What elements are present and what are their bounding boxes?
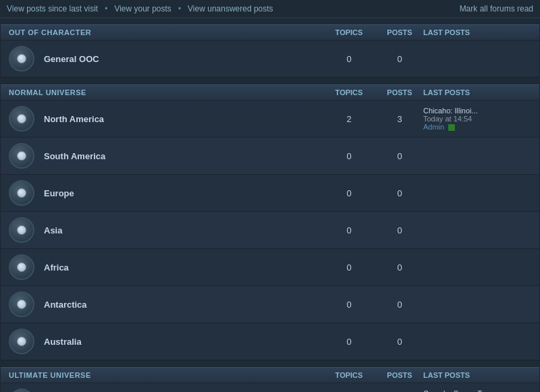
mark-all-read[interactable]: Mark all forums read xyxy=(460,4,533,13)
forum-row-africa: Africa 0 0 xyxy=(1,249,539,286)
forum-topics-asia: 0 xyxy=(322,225,376,235)
forum-icon-inner-ant xyxy=(17,300,26,309)
forum-icon-europe xyxy=(9,180,34,206)
mark-all-forums-read-link[interactable]: Mark all forums read xyxy=(460,4,533,13)
col-topics-ooc: TOPICS xyxy=(322,28,376,36)
section-title-ooc: OUT OF CHARACTER xyxy=(9,28,322,36)
forum-topics-australia: 0 xyxy=(322,337,376,347)
col-lastposts-ooc: LAST POSTS xyxy=(423,28,531,36)
section-header-nu: NORMAL UNIVERSE TOPICS POSTS LAST POSTS xyxy=(1,84,539,101)
forum-icon-inner-na xyxy=(17,114,26,123)
forum-posts-africa: 0 xyxy=(376,262,423,273)
forum-icon-antarctica xyxy=(9,291,34,317)
forum-posts-europe: 0 xyxy=(376,188,423,198)
forum-info-australia: Australia xyxy=(44,337,322,347)
forum-icon-australia xyxy=(9,329,34,354)
forum-row-general-ooc: General OOC 0 0 xyxy=(1,40,539,78)
col-posts-ooc: POSTS xyxy=(376,28,423,36)
col-topics-nu: TOPICS xyxy=(322,88,376,96)
forum-info-general-ooc: General OOC xyxy=(44,54,322,64)
forum-topics-general-ooc: 0 xyxy=(322,54,376,64)
section-normal-universe: NORMAL UNIVERSE TOPICS POSTS LAST POSTS … xyxy=(0,84,540,361)
top-bar: View posts since last visit • View your … xyxy=(0,0,540,18)
forum-icon-south-america xyxy=(9,143,34,169)
forum-info-asia: Asia xyxy=(44,225,322,235)
view-posts-since-link[interactable]: View posts since last visit xyxy=(7,4,98,13)
forum-icon-north-america xyxy=(9,106,34,132)
top-bar-links: View posts since last visit • View your … xyxy=(7,4,273,13)
forum-icon-plot-roleplay xyxy=(9,389,34,392)
forum-row-asia: Asia 0 0 xyxy=(1,212,539,249)
forum-icon-inner-eu xyxy=(17,188,26,198)
forum-topics-europe: 0 xyxy=(322,188,376,198)
section-title-nu: NORMAL UNIVERSE xyxy=(9,88,322,96)
forum-row-plot-roleplay: Plot Roleplay 4 4 Canada: Snowy To... To… xyxy=(1,383,539,392)
forum-name-asia[interactable]: Asia xyxy=(44,225,62,235)
forum-posts-antarctica: 0 xyxy=(376,300,423,310)
forum-row-australia: Australia 0 0 xyxy=(1,323,539,360)
forum-info-europe: Europe xyxy=(44,188,322,198)
forum-name-south-america[interactable]: South America xyxy=(44,151,105,161)
section-header-ooc: OUT OF CHARACTER TOPICS POSTS LAST POSTS xyxy=(1,24,539,40)
col-lastposts-uu: LAST POSTS xyxy=(423,371,531,379)
lastpost-title-plot-roleplay: Canada: Snowy To... xyxy=(423,389,531,392)
forum-name-north-america[interactable]: North America xyxy=(44,114,104,124)
section-out-of-character: OUT OF CHARACTER TOPICS POSTS LAST POSTS… xyxy=(0,24,540,78)
forum-name-africa[interactable]: Africa xyxy=(44,262,69,273)
forum-icon-asia xyxy=(9,217,34,243)
forum-lastpost-north-america: Chicaho: Illinoi... Today at 14:54 Admin xyxy=(423,107,531,131)
forum-icon-inner-au xyxy=(17,337,26,346)
section-header-uu: ULTIMATE UNIVERSE TOPICS POSTS LAST POST… xyxy=(1,367,539,383)
forum-topics-north-america: 2 xyxy=(322,114,376,124)
forum-posts-asia: 0 xyxy=(376,225,423,235)
lastpost-time-north-america: Today at 14:54 xyxy=(423,115,531,123)
forum-topics-africa: 0 xyxy=(322,262,376,273)
view-unanswered-posts-link[interactable]: View unanswered posts xyxy=(188,4,273,13)
forum-icon-inner-af xyxy=(17,262,26,272)
forum-icon-inner xyxy=(17,54,26,63)
forum-topics-south-america: 0 xyxy=(322,151,376,161)
forum-name-europe[interactable]: Europe xyxy=(44,188,74,198)
forum-posts-north-america: 3 xyxy=(376,114,423,124)
forum-info-africa: Africa xyxy=(44,262,322,273)
forum-icon-general-ooc xyxy=(9,46,34,72)
forum-info-south-america: South America xyxy=(44,151,322,161)
forum-info-antarctica: Antarctica xyxy=(44,300,322,310)
forum-row-antarctica: Antarctica 0 0 xyxy=(1,286,539,323)
col-posts-uu: POSTS xyxy=(376,371,423,379)
view-your-posts-link[interactable]: View your posts xyxy=(114,4,171,13)
col-posts-nu: POSTS xyxy=(376,88,423,96)
lastpost-user-row-north-america: Admin xyxy=(423,123,531,131)
lastpost-title-north-america: Chicaho: Illinoi... xyxy=(423,107,531,115)
forum-row-north-america: North America 2 3 Chicaho: Illinoi... To… xyxy=(1,101,539,138)
col-topics-uu: TOPICS xyxy=(322,371,376,379)
lastpost-user-north-america[interactable]: Admin xyxy=(423,123,444,131)
forum-icon-africa xyxy=(9,254,34,280)
section-title-uu: ULTIMATE UNIVERSE xyxy=(9,371,322,379)
forum-row-south-america: South America 0 0 xyxy=(1,138,539,175)
forum-icon-inner-as xyxy=(17,225,26,235)
forum-lastpost-plot-roleplay: Canada: Snowy To... Today at 14:53 Admin xyxy=(423,389,531,392)
forum-name-antarctica[interactable]: Antarctica xyxy=(44,300,87,310)
forum-icon-inner-sa xyxy=(17,151,26,161)
forum-topics-antarctica: 0 xyxy=(322,300,376,310)
lastpost-new-icon-north-america xyxy=(448,124,455,131)
forum-posts-general-ooc: 0 xyxy=(376,54,423,64)
forum-info-north-america: North America xyxy=(44,114,322,124)
forum-posts-south-america: 0 xyxy=(376,151,423,161)
forum-name-australia[interactable]: Australia xyxy=(44,337,82,347)
forum-row-europe: Europe 0 0 xyxy=(1,175,539,212)
forum-name-general-ooc[interactable]: General OOC xyxy=(44,54,99,64)
forum-posts-australia: 0 xyxy=(376,337,423,347)
separator-2: • xyxy=(178,4,181,13)
col-lastposts-nu: LAST POSTS xyxy=(423,88,531,96)
separator-1: • xyxy=(105,4,107,13)
section-ultimate-universe: ULTIMATE UNIVERSE TOPICS POSTS LAST POST… xyxy=(0,366,540,392)
